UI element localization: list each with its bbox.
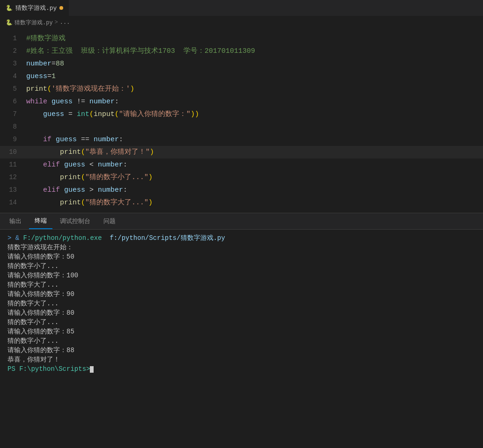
code-line: 7 guess = int(input("请输入你猜的数字："))	[0, 108, 483, 121]
line-content	[24, 121, 483, 133]
code-line: 13 elif guess > number:	[0, 184, 483, 196]
token-plain: ==	[77, 136, 94, 144]
python-icon: 🐍	[6, 5, 13, 12]
token-var: number	[89, 98, 115, 106]
code-line: 8	[0, 121, 483, 133]
token-plain: =	[64, 110, 77, 118]
line-number: 7	[0, 108, 24, 120]
token-builtin: int	[77, 110, 89, 118]
code-line: 14 print("猜的数字大了...")	[0, 196, 483, 209]
token-str: '猜数字游戏现在开始：'	[51, 85, 130, 93]
token-plain: <	[85, 161, 98, 169]
line-number: 2	[0, 45, 24, 57]
line-content: print("恭喜，你猜对了！")	[24, 146, 483, 159]
token-plain: :	[123, 186, 127, 194]
token-var: number	[98, 161, 123, 169]
token-num: 1	[51, 72, 56, 80]
line-content: while guess != number:	[24, 96, 483, 108]
token-kw: if	[43, 136, 51, 144]
breadcrumb-file[interactable]: 猜数字游戏.py	[15, 19, 53, 27]
token-paren: (	[47, 85, 51, 93]
code-line: 3number=88	[0, 58, 483, 70]
token-str: "请输入你猜的数字："	[119, 110, 190, 118]
line-number: 10	[0, 146, 24, 158]
token-plain: :	[123, 161, 127, 169]
breadcrumb-scope: ...	[60, 19, 70, 26]
file-tab[interactable]: 🐍 猜数字游戏.py	[0, 0, 69, 16]
line-number: 9	[0, 133, 24, 145]
breadcrumb: 🐍 猜数字游戏.py > ...	[0, 16, 483, 29]
terminal-line: PS F:\python\Scripts>	[7, 364, 476, 374]
token-kw: elif	[43, 161, 60, 169]
line-number: 14	[0, 196, 24, 209]
token-var: guess	[26, 72, 47, 80]
token-var: number	[98, 186, 123, 194]
token-plain	[51, 136, 56, 144]
token-kw: while	[26, 98, 47, 106]
token-var: guess	[64, 186, 85, 194]
terminal-line: 请输入你猜的数字：80	[7, 308, 476, 318]
line-number: 12	[0, 171, 24, 183]
line-content: elif guess < number:	[24, 159, 483, 171]
token-paren: (	[89, 110, 94, 118]
tab-debug-console[interactable]: 调试控制台	[54, 213, 96, 229]
token-var: guess	[56, 136, 77, 144]
terminal-line: 猜的数字小了...	[7, 318, 476, 327]
line-content: #猜数字游戏	[24, 33, 483, 45]
token-kw: elif	[43, 186, 60, 194]
tab-bar: 🐍 猜数字游戏.py	[0, 0, 483, 16]
line-content: number=88	[24, 58, 483, 70]
token-paren: )	[150, 148, 154, 156]
token-var: guess	[51, 98, 73, 106]
terminal-line: 请输入你猜的数字：85	[7, 327, 476, 336]
code-line: 1#猜数字游戏	[0, 32, 483, 45]
token-var: number	[94, 136, 119, 144]
tab-label: 猜数字游戏.py	[15, 4, 57, 12]
terminal-line: 猜的数字大了...	[7, 280, 476, 289]
breadcrumb-separator: >	[55, 19, 58, 26]
tab-problems[interactable]: 问题	[98, 213, 121, 229]
token-plain	[60, 161, 64, 169]
token-fn: print	[60, 199, 81, 207]
token-paren: (	[81, 148, 85, 156]
terminal-line: 恭喜，你猜对了！	[7, 355, 476, 364]
token-num: 88	[56, 60, 64, 68]
code-line: 2#姓名：王立强 班级：计算机科学与技术1703 学号：201701011309	[0, 45, 483, 58]
terminal-line: 请输入你猜的数字：90	[7, 289, 476, 299]
token-str: "恭喜，你猜对了！"	[85, 148, 150, 156]
token-paren: (	[115, 110, 119, 118]
line-number: 1	[0, 32, 24, 44]
token-plain: >	[85, 186, 98, 194]
tab-terminal[interactable]: 终端	[29, 213, 52, 229]
terminal-output[interactable]: > & F:/python/python.exe f:/python/Scrip…	[0, 230, 483, 448]
code-line: 6while guess != number:	[0, 95, 483, 108]
token-comment: #猜数字游戏	[26, 35, 66, 43]
line-number: 4	[0, 70, 24, 82]
token-paren: )	[148, 173, 153, 181]
unsaved-dot	[59, 6, 63, 10]
terminal-line: 请输入你猜的数字：100	[7, 271, 476, 280]
line-content: if guess == number:	[24, 134, 483, 146]
breadcrumb-icon: 🐍	[6, 19, 13, 26]
token-plain	[47, 98, 51, 106]
line-number: 8	[0, 121, 24, 133]
terminal-command: > & F:/python/python.exe f:/python/Scrip…	[7, 233, 476, 243]
token-plain: !=	[73, 98, 89, 106]
token-fn: print	[26, 85, 47, 93]
tab-output[interactable]: 输出	[4, 213, 27, 229]
token-op: =	[51, 60, 56, 68]
token-plain: :	[119, 136, 123, 144]
bottom-panel: 输出 终端 调试控制台 问题 > & F:/python/python.exe …	[0, 213, 483, 448]
terminal-line: 猜的数字小了...	[7, 336, 476, 346]
code-editor: 1#猜数字游戏2#姓名：王立强 班级：计算机科学与技术1703 学号：20170…	[0, 29, 483, 213]
token-paren: )	[130, 85, 134, 93]
line-content: guess = int(input("请输入你猜的数字："))	[24, 108, 483, 121]
token-paren: )	[190, 110, 195, 118]
line-number: 6	[0, 95, 24, 108]
token-fn: input	[94, 110, 115, 118]
panel-tab-bar: 输出 终端 调试控制台 问题	[0, 213, 483, 230]
token-str: "猜的数字小了..."	[85, 173, 148, 181]
line-content: elif guess > number:	[24, 184, 483, 196]
token-var: guess	[43, 110, 64, 118]
line-content: #姓名：王立强 班级：计算机科学与技术1703 学号：201701011309	[24, 45, 483, 58]
